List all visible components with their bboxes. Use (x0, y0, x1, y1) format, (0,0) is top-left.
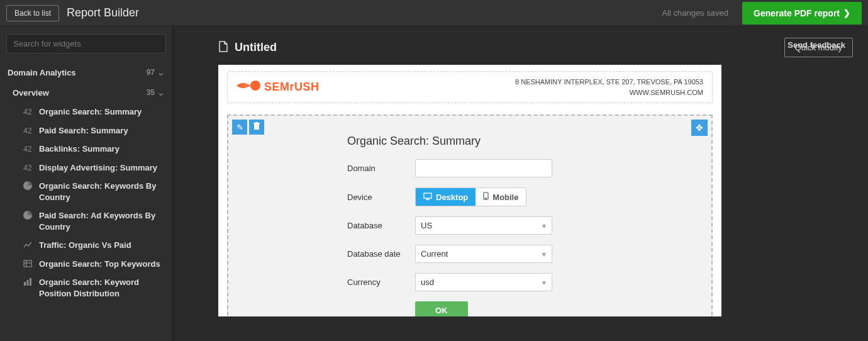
table-icon (23, 259, 33, 268)
letterhead-text: 8 NESHAMINY INTERPLEX, STE 207, TREVOSE,… (515, 77, 703, 98)
sidebar-item-backlinks-summary[interactable]: 42 Backlinks: Summary (0, 140, 172, 159)
chevron-down-icon (157, 87, 165, 98)
sidebar-item-display-advertising-summary[interactable]: 42 Display Advertising: Summary (0, 159, 172, 177)
device-desktop-label: Desktop (436, 193, 468, 202)
sidebar-item-organic-search-summary[interactable]: 42 Organic Search: Summary (0, 103, 172, 121)
sidebar-item-label: Paid Search: Summary (39, 125, 166, 137)
device-toggle: Desktop Mobile (415, 187, 526, 206)
sidebar-section-domain-analytics[interactable]: Domain Analytics 97 (0, 62, 172, 82)
svg-rect-3 (24, 282, 26, 286)
pie-chart-icon (23, 181, 33, 190)
pencil-icon: ✎ (236, 123, 243, 132)
sidebar-item-label: Traffic: Organic Vs Paid (39, 240, 166, 251)
document-header: Untitled Quick modify (173, 26, 868, 65)
svg-rect-4 (27, 280, 29, 286)
section-count: 97 (147, 67, 165, 77)
letterhead-address: 8 NESHAMINY INTERPLEX, STE 207, TREVOSE,… (515, 77, 703, 87)
sidebar: Domain Analytics 97 Overview 35 42 Organ… (0, 26, 173, 341)
move-widget-handle[interactable]: ✥ (691, 120, 708, 136)
sidebar-item-label: Organic Search: Keyword Position Distrib… (39, 277, 166, 299)
document-icon (218, 41, 228, 54)
count-badge: 42 (23, 162, 33, 173)
sidebar-item-label: Paid Search: Ad Keywords By Country (39, 210, 166, 232)
main-area: Send feedback Untitled Quick modify SEMr… (173, 26, 868, 341)
app-title: Report Builder (67, 6, 139, 20)
currency-label: Currency (347, 277, 415, 287)
database-value: US (415, 216, 552, 235)
letterhead-url: WWW.SEMRUSH.COM (515, 87, 703, 98)
database-label: Database (347, 221, 415, 230)
send-feedback-link[interactable]: Send feedback (787, 40, 845, 50)
device-mobile-button[interactable]: Mobile (476, 188, 526, 206)
svg-rect-0 (24, 260, 31, 267)
sidebar-item-paid-search-summary[interactable]: 42 Paid Search: Summary (0, 121, 172, 140)
desktop-icon (423, 193, 432, 202)
generate-label: Generate PDF report (754, 8, 840, 18)
top-bar: Back to list Report Builder All changes … (0, 0, 868, 26)
currency-select[interactable]: usd ▼ (415, 273, 552, 291)
database-date-label: Database date (347, 249, 415, 259)
line-chart-icon (23, 240, 33, 249)
svg-point-13 (486, 198, 486, 199)
sidebar-item-paid-ad-keywords-by-country[interactable]: Paid Search: Ad Keywords By Country (0, 206, 172, 236)
svg-rect-8 (253, 123, 260, 124)
database-date-select[interactable]: Current ▼ (415, 245, 552, 263)
sidebar-item-label: Organic Search: Keywords By Country (39, 181, 166, 203)
domain-input[interactable] (415, 159, 552, 177)
flame-icon (236, 78, 260, 97)
bar-chart-icon (23, 277, 33, 286)
sidebar-item-label: Backlinks: Summary (39, 143, 166, 155)
svg-rect-9 (255, 122, 258, 123)
domain-label: Domain (347, 164, 415, 173)
mobile-icon (483, 192, 489, 202)
section-label: Domain Analytics (8, 68, 76, 77)
svg-point-6 (250, 81, 260, 91)
sidebar-item-organic-top-keywords[interactable]: Organic Search: Top Keywords (0, 255, 172, 274)
trash-icon (253, 122, 260, 132)
widget-config-block: ✎ ✥ Organic Search: Summary (227, 115, 713, 316)
sidebar-item-label: Organic Search: Summary (39, 106, 166, 118)
sidebar-section-overview[interactable]: Overview 35 (0, 82, 172, 103)
svg-rect-5 (30, 278, 31, 286)
count-badge: 42 (23, 125, 33, 136)
generate-pdf-button[interactable]: Generate PDF report ❯ (742, 2, 862, 25)
svg-rect-7 (254, 124, 259, 130)
widget-title: Organic Search: Summary (347, 135, 703, 148)
search-input[interactable] (6, 34, 166, 53)
save-status: All changes saved (662, 8, 729, 18)
brand-logo: SEMrUSH (236, 78, 320, 97)
chevron-down-icon (157, 67, 165, 77)
delete-widget-button[interactable] (249, 120, 264, 135)
device-mobile-label: Mobile (492, 193, 518, 202)
back-to-list-button[interactable]: Back to list (6, 5, 59, 21)
sidebar-item-organic-keywords-by-country[interactable]: Organic Search: Keywords By Country (0, 177, 172, 206)
svg-rect-10 (424, 193, 431, 198)
count-badge: 42 (23, 106, 33, 117)
database-select[interactable]: US ▼ (415, 216, 552, 235)
sidebar-item-organic-keyword-position-distribution[interactable]: Organic Search: Keyword Position Distrib… (0, 273, 172, 303)
letterhead: SEMrUSH 8 NESHAMINY INTERPLEX, STE 207, … (227, 71, 713, 103)
document-title[interactable]: Untitled (235, 41, 277, 54)
pie-chart-icon (23, 210, 33, 220)
sidebar-item-traffic-organic-vs-paid[interactable]: Traffic: Organic Vs Paid (0, 236, 172, 255)
section-label: Overview (13, 88, 49, 98)
currency-value: usd (415, 273, 552, 291)
device-label: Device (347, 193, 415, 202)
brand-name: SEMrUSH (264, 81, 320, 94)
device-desktop-button[interactable]: Desktop (416, 188, 476, 206)
report-page: SEMrUSH 8 NESHAMINY INTERPLEX, STE 207, … (218, 65, 721, 316)
count-badge: 42 (23, 143, 33, 154)
section-count: 35 (147, 87, 165, 98)
chevron-right-icon: ❯ (843, 8, 850, 18)
database-date-value: Current (415, 245, 552, 263)
move-icon: ✥ (696, 123, 703, 133)
edit-widget-button[interactable]: ✎ (232, 120, 247, 135)
ok-button[interactable]: OK (415, 301, 468, 316)
sidebar-item-label: Organic Search: Top Keywords (39, 259, 166, 270)
sidebar-item-label: Display Advertising: Summary (39, 162, 166, 174)
